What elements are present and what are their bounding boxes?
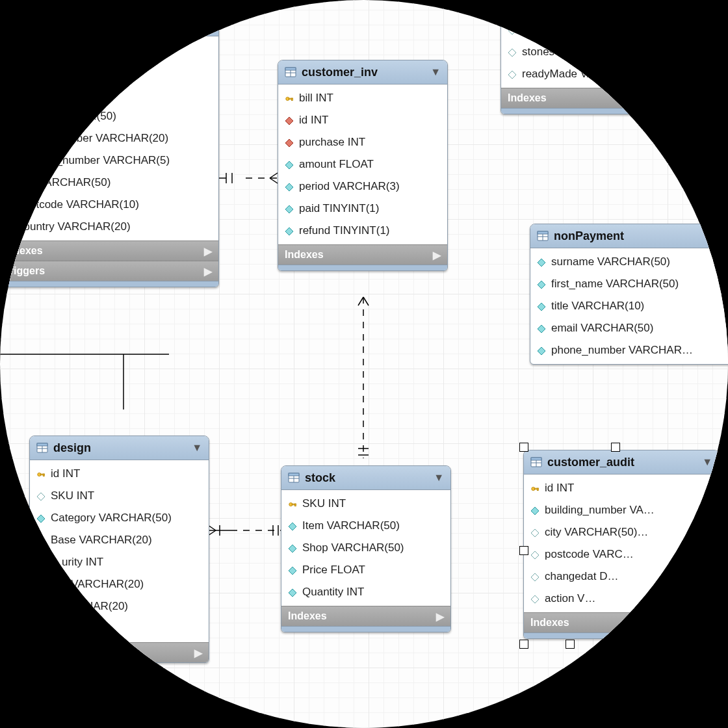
column[interactable]: …YINT(1) xyxy=(30,618,209,640)
collapse-icon[interactable]: ▼ xyxy=(202,18,212,30)
column[interactable]: building_number VARCHAR(5) xyxy=(0,150,218,172)
table-header[interactable]: design ▼ xyxy=(30,436,209,460)
column[interactable]: postcode VARCHAR(10) xyxy=(0,194,218,216)
column[interactable]: first_name VARCHAR(50) xyxy=(530,273,728,295)
column[interactable]: id INT xyxy=(278,109,447,131)
diamond-open-icon xyxy=(508,3,517,12)
column[interactable]: Price FLOAT xyxy=(281,559,450,581)
table-header[interactable]: ▼ xyxy=(0,12,218,36)
column[interactable]: phone_number VARCHAR… xyxy=(530,339,728,361)
resize-handle[interactable] xyxy=(519,443,528,452)
section-header[interactable]: Indexes▶ xyxy=(524,612,719,632)
diamond-cyan-icon xyxy=(530,506,540,515)
column[interactable]: …urity INT xyxy=(30,551,209,573)
svg-marker-44 xyxy=(285,205,293,213)
column[interactable]: paid TINYINT(1) xyxy=(278,198,447,220)
er-canvas[interactable]: { "tables": { "customer": { "title": "cu… xyxy=(0,0,728,728)
column-label: …urity INT xyxy=(51,556,103,569)
table-header[interactable]: customer_audit ▼ xyxy=(524,450,719,474)
column[interactable]: … VARCHAR(10) xyxy=(0,83,218,105)
section-header[interactable]: Indexes▶ xyxy=(281,606,450,626)
column[interactable]: city VARCHAR(50)… xyxy=(524,521,719,543)
table-customer[interactable]: ▼ … VARCHAR(50)…e VARCHAR(50)… VARCHAR(1… xyxy=(0,12,219,287)
table-customer-audit[interactable]: customer_audit ▼ id INTbuilding_number V… xyxy=(523,450,720,639)
column[interactable]: Shop VARCHAR(50) xyxy=(281,537,450,559)
svg-marker-91 xyxy=(531,507,539,515)
column[interactable]: id INT xyxy=(524,477,719,499)
column[interactable]: action V… xyxy=(524,588,719,610)
resize-handle[interactable] xyxy=(611,443,620,452)
collapse-icon[interactable]: ▼ xyxy=(430,66,441,78)
column[interactable]: readyMade VARCH… xyxy=(501,63,728,85)
column[interactable]: Quantity INT xyxy=(281,581,450,603)
table-design[interactable]: design ▼ id INTSKU INTCategory VARCHAR(5… xyxy=(29,436,209,663)
section-header[interactable]: Indexes▶ xyxy=(501,88,728,108)
diamond-open-icon xyxy=(530,572,540,581)
section-header[interactable]: Triggers▶ xyxy=(0,261,218,281)
collapse-icon[interactable]: ▼ xyxy=(192,442,202,454)
column[interactable]: …ARCHAR(20) xyxy=(30,595,209,618)
column[interactable]: coating VA… xyxy=(501,19,728,41)
column[interactable]: …e VARCHAR(50) xyxy=(0,61,218,83)
column-label: first_name VARCHAR(50) xyxy=(551,278,679,291)
column[interactable]: SKU INT xyxy=(281,493,450,515)
column[interactable]: stones VARCHA… xyxy=(501,41,728,63)
column[interactable]: title VARCHAR(10) xyxy=(530,295,728,317)
section-header[interactable]: ▶ xyxy=(30,642,209,662)
collapse-icon[interactable]: ▼ xyxy=(434,472,444,484)
column[interactable]: Base VARCHAR(20) xyxy=(30,529,209,551)
svg-marker-56 xyxy=(538,303,545,311)
column[interactable]: building_number VA… xyxy=(524,499,719,521)
column[interactable]: surname VARCHAR(50) xyxy=(530,251,728,273)
diamond-cyan-icon xyxy=(537,346,546,355)
column-label: …e VARCHAR(50) xyxy=(18,66,111,79)
table-stock[interactable]: stock ▼ SKU INTItem VARCHAR(50)Shop VARC… xyxy=(281,465,451,632)
column[interactable]: … VARCHAR(50) xyxy=(0,39,218,61)
column[interactable]: country VARCHAR(20) xyxy=(0,216,218,238)
table-icon xyxy=(288,472,300,484)
table-header[interactable]: stock ▼ xyxy=(281,466,450,490)
resize-handle[interactable] xyxy=(566,640,575,649)
svg-marker-71 xyxy=(37,603,45,611)
column[interactable]: purchase INT xyxy=(278,131,447,153)
column[interactable]: base V… xyxy=(501,0,728,19)
column-label: …ARCHAR(20) xyxy=(51,600,128,613)
column[interactable]: …ail VARCHAR(50) xyxy=(0,105,218,127)
table-icon xyxy=(537,230,549,242)
column[interactable]: period VARCHAR(3) xyxy=(278,176,447,198)
column-label: … VARCHAR(50) xyxy=(18,44,105,57)
table-customer-inv[interactable]: customer_inv ▼ bill INTid INTpurchase IN… xyxy=(278,60,448,271)
resize-handle[interactable] xyxy=(519,640,528,649)
sections: Indexes▶ xyxy=(524,612,719,632)
column[interactable]: Category VARCHAR(50) xyxy=(30,507,209,529)
table-nonpayment[interactable]: nonPayment ▼ surname VARCHAR(50)first_na… xyxy=(530,224,728,365)
column[interactable]: amount FLOAT xyxy=(278,153,447,176)
key-icon xyxy=(285,94,294,103)
svg-marker-29 xyxy=(5,157,12,165)
column[interactable]: …h VARCHAR(20) xyxy=(30,573,209,595)
column[interactable]: email VARCHAR(50) xyxy=(530,317,728,339)
column[interactable]: city VARCHAR(50) xyxy=(0,172,218,194)
column[interactable]: refund TINYINT(1) xyxy=(278,220,447,242)
column-label: base V… xyxy=(522,1,567,14)
column[interactable]: Item VARCHAR(50) xyxy=(281,515,450,537)
column[interactable]: bill INT xyxy=(278,87,447,109)
resize-handle[interactable] xyxy=(519,546,528,555)
collapse-icon[interactable]: ▼ xyxy=(715,230,725,242)
column[interactable]: SKU INT xyxy=(30,485,209,507)
svg-marker-83 xyxy=(289,589,296,597)
section-label: Indexes xyxy=(4,245,43,257)
column[interactable]: changedat D… xyxy=(524,566,719,588)
column[interactable]: postcode VARC… xyxy=(524,543,719,566)
collapse-icon[interactable]: ▼ xyxy=(702,456,712,468)
table-partial-top[interactable]: base V…coating VA…stones VARCHA…readyMad… xyxy=(500,0,728,114)
column[interactable]: phone_number VARCHAR(20) xyxy=(0,127,218,150)
table-header[interactable]: nonPayment ▼ xyxy=(530,224,728,248)
expand-icon: ▶ xyxy=(194,647,202,659)
section-header[interactable]: Indexes▶ xyxy=(0,240,218,261)
table-header[interactable]: customer_inv ▼ xyxy=(278,60,447,84)
column-label: SKU INT xyxy=(51,489,94,502)
column[interactable]: id INT xyxy=(30,463,209,485)
section-header[interactable]: Indexes▶ xyxy=(278,244,447,265)
column-label: Item VARCHAR(50) xyxy=(302,519,400,532)
